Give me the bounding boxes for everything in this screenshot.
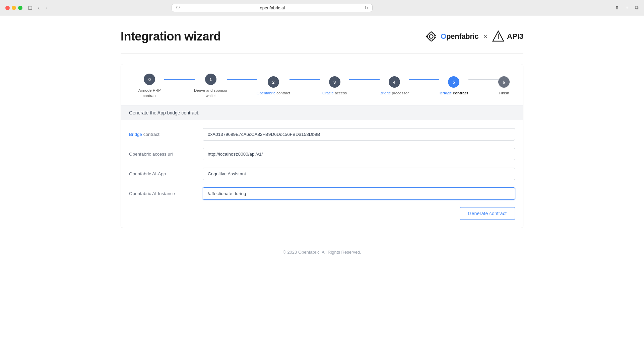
- back-button[interactable]: ‹: [37, 4, 41, 12]
- step-circle-4: 4: [389, 76, 400, 88]
- url-display: openfabric.ai: [183, 5, 362, 10]
- step-circle-2: 2: [268, 76, 279, 88]
- connector-1-2: [227, 79, 257, 80]
- traffic-lights: [5, 6, 22, 10]
- step-circle-1: 1: [205, 74, 216, 85]
- bridge-contract-input[interactable]: [203, 128, 515, 141]
- openfabric-logo-icon: [425, 30, 438, 43]
- openfabric-ai-instance-label: Openfabric AI-Instance: [129, 191, 203, 196]
- connector-4-5: [409, 79, 439, 80]
- step-4[interactable]: 4 Bridge processor: [379, 76, 409, 96]
- maximize-button[interactable]: [18, 6, 22, 10]
- openfabric-ai-instance-row: Openfabric AI-Instance: [129, 187, 515, 200]
- openfabric-logo-text: Openfabric: [441, 32, 478, 41]
- connector-5-6: [468, 79, 499, 80]
- connector-3-4: [349, 79, 380, 80]
- footer-text: © 2023 Openfabric. All Rights Reserved.: [283, 250, 361, 255]
- refresh-icon[interactable]: ↻: [365, 5, 368, 10]
- tabs-icon[interactable]: ⧉: [635, 5, 639, 11]
- generate-contract-button[interactable]: Generate contract: [460, 207, 515, 220]
- api3-logo-text: API3: [507, 32, 523, 41]
- steps-track: 0 Airnode RRPcontract 1 Derive and spons…: [134, 74, 510, 98]
- close-button[interactable]: [5, 6, 10, 10]
- step-3[interactable]: 3 Oracle access: [319, 76, 350, 96]
- openfabric-ai-app-label: Openfabric AI-App: [129, 171, 203, 176]
- form-area: Bridge contract Openfabric access url Op…: [121, 120, 523, 228]
- new-tab-icon[interactable]: ＋: [625, 5, 630, 11]
- address-bar[interactable]: 🛡 openfabric.ai ↻: [172, 4, 373, 12]
- openfabric-url-input[interactable]: [203, 148, 515, 160]
- step-label-2: Openfabric contract: [257, 90, 290, 96]
- step-circle-5: 5: [448, 76, 459, 88]
- step-label-5: Bridge contract: [440, 90, 468, 96]
- step-5[interactable]: 5 Bridge contract: [439, 76, 469, 96]
- sidebar-toggle[interactable]: ⊟: [26, 4, 34, 12]
- connector-2-3: [289, 79, 320, 80]
- step-label-4: Bridge processor: [380, 90, 409, 96]
- section-header: Generate the App bridge contract.: [121, 105, 523, 120]
- page-header: Integration wizard Openfabric ×: [0, 29, 644, 44]
- page-title: Integration wizard: [121, 29, 221, 44]
- step-0[interactable]: 0 Airnode RRPcontract: [134, 74, 165, 98]
- step-1[interactable]: 1 Derive and sponsorwallet: [194, 74, 228, 98]
- share-icon[interactable]: ⬆: [615, 5, 619, 11]
- openfabric-ai-app-row: Openfabric AI-App: [129, 168, 515, 180]
- logo-separator: ×: [483, 32, 488, 41]
- page-content: Integration wizard Openfabric ×: [0, 16, 644, 348]
- openfabric-url-label: Openfabric access url: [129, 152, 203, 157]
- minimize-button[interactable]: [12, 6, 16, 10]
- step-circle-0: 0: [144, 74, 155, 85]
- openfabric-ai-app-input[interactable]: [203, 168, 515, 180]
- step-2[interactable]: 2 Openfabric contract: [257, 76, 290, 96]
- logo-area: Openfabric × API3: [425, 30, 523, 43]
- connector-0-1: [164, 79, 195, 80]
- step-label-0: Airnode RRPcontract: [138, 88, 161, 98]
- step-label-1: Derive and sponsorwallet: [194, 88, 228, 98]
- bridge-contract-row: Bridge contract: [129, 128, 515, 141]
- openfabric-ai-instance-input[interactable]: [203, 187, 515, 200]
- svg-point-0: [430, 35, 433, 38]
- button-row: Generate contract: [129, 207, 515, 220]
- step-circle-3: 3: [329, 76, 340, 88]
- api3-logo-icon: [492, 30, 504, 42]
- openfabric-logo: Openfabric: [425, 30, 478, 43]
- openfabric-url-row: Openfabric access url: [129, 148, 515, 160]
- page-footer: © 2023 Openfabric. All Rights Reserved.: [0, 242, 644, 263]
- step-label-3: Oracle access: [322, 90, 347, 96]
- wizard-container: 0 Airnode RRPcontract 1 Derive and spons…: [121, 64, 523, 228]
- step-circle-6: 6: [498, 76, 510, 88]
- header-divider: [121, 54, 523, 54]
- step-indicator: 0 Airnode RRPcontract 1 Derive and spons…: [121, 64, 523, 105]
- bridge-contract-label: Bridge contract: [129, 132, 203, 137]
- step-6[interactable]: 6 Finish: [498, 76, 510, 96]
- step-label-6: Finish: [499, 90, 509, 96]
- forward-button[interactable]: ›: [44, 4, 49, 12]
- api3-logo: API3: [492, 30, 523, 42]
- browser-actions: ⬆ ＋ ⧉: [615, 5, 639, 11]
- browser-chrome: ⊟ ‹ › 🛡 openfabric.ai ↻ ⬆ ＋ ⧉: [0, 0, 644, 16]
- security-icon: 🛡: [176, 6, 180, 10]
- wizard-content: Generate the App bridge contract. Bridge…: [121, 105, 523, 228]
- browser-navigation: ⊟ ‹ ›: [26, 4, 49, 12]
